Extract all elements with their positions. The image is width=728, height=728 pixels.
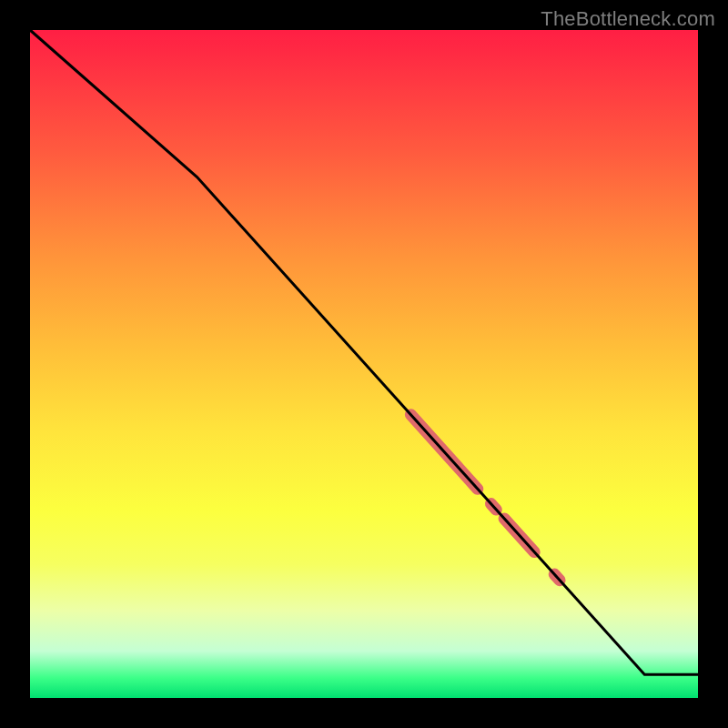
watermark-text: TheBottleneck.com [541,7,715,31]
outer-frame: TheBottleneck.com [0,0,728,728]
chart-overlay [30,30,698,698]
main-curve [30,30,698,674]
